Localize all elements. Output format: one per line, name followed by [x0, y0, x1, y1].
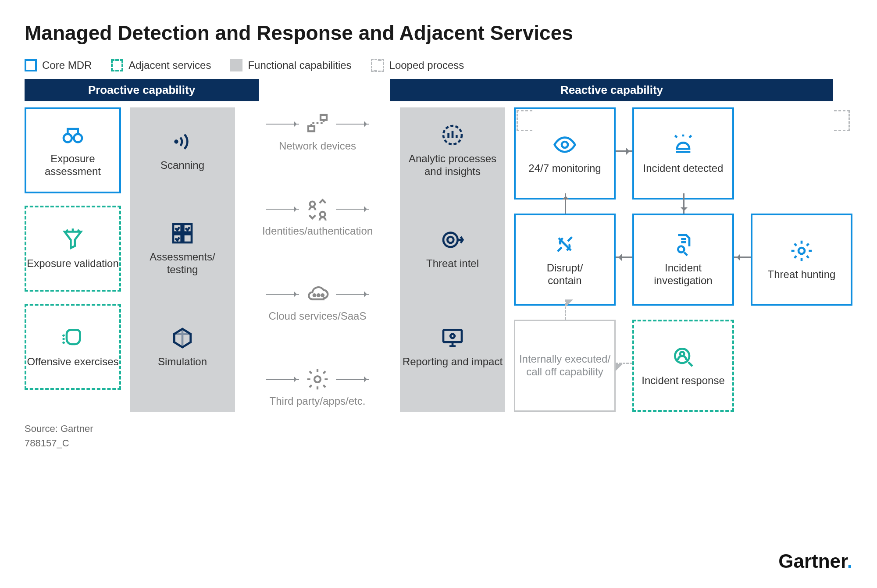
footer: Source: Gartner 788157_C	[25, 421, 852, 450]
threat-intel-box: Threat intel	[400, 206, 505, 292]
arrow-icon	[336, 379, 369, 380]
flow-label: Identities/authentication	[262, 225, 373, 237]
monitor-icon	[440, 326, 465, 350]
box-label: Threat intel	[426, 257, 479, 270]
flow-label: Network devices	[279, 140, 356, 152]
flow-third-party: Third party/apps/etc.	[244, 367, 391, 407]
connector-arrow	[683, 193, 684, 214]
svg-rect-18	[443, 330, 462, 342]
loop-icon	[371, 59, 384, 72]
flow-label: Cloud services/SaaS	[269, 310, 367, 322]
svg-rect-8	[321, 115, 327, 120]
arrow-icon	[266, 209, 299, 210]
analytics-box: Analytic processes and insights	[400, 107, 505, 193]
box-label: Internally executed/ call off capability	[519, 353, 610, 378]
svg-point-14	[314, 376, 321, 382]
svg-point-20	[562, 142, 568, 148]
legend-label: Adjacent services	[128, 59, 211, 71]
arrow-icon	[336, 124, 369, 125]
legend-label: Core MDR	[42, 59, 92, 71]
arrow-icon	[336, 209, 369, 210]
box-label: Simulation	[158, 356, 207, 368]
disconnect-icon	[553, 232, 577, 257]
diagram-body: Exposure assessment Exposure validation …	[25, 107, 852, 412]
brand-logo: Gartner.	[778, 550, 852, 572]
cloud-icon	[305, 282, 330, 306]
signal-icon	[170, 129, 195, 154]
box-label: Incident response	[642, 374, 724, 387]
brand-dot-icon: .	[847, 550, 852, 572]
checklist-icon	[170, 221, 195, 246]
figure-id: 788157_C	[25, 436, 852, 450]
svg-point-19	[450, 334, 454, 338]
target-icon	[440, 228, 465, 252]
investigation-box: Incident investigation	[632, 214, 734, 306]
svg-point-0	[64, 134, 72, 143]
connector-arrow	[565, 193, 566, 214]
svg-point-17	[447, 237, 453, 243]
flow-network: Network devices	[244, 112, 391, 152]
connector-arrow	[616, 150, 632, 152]
flow-column: Network devices Identities/authenticatio…	[244, 107, 391, 412]
arrow-icon	[266, 124, 299, 125]
scanning-box: Scanning	[130, 107, 235, 193]
box-label: Scanning	[160, 159, 204, 172]
dashed-square-icon	[111, 59, 123, 71]
simulation-box: Simulation	[130, 304, 235, 390]
threat-hunting-box: Threat hunting	[751, 214, 852, 306]
connector-dashed	[565, 299, 566, 320]
offensive-exercises-box: Offensive exercises	[25, 304, 121, 390]
incident-response-box: Incident response	[632, 320, 734, 412]
box-label: Analytic processes and insights	[400, 153, 505, 178]
reactive-grid: 24/7 monitoring Incident detected Disrup…	[514, 107, 852, 412]
box-label: Incident detected	[643, 162, 724, 175]
filter-icon	[61, 228, 85, 252]
assessments-box: Assessments/ testing	[130, 206, 235, 292]
flow-identities: Identities/authentication	[244, 197, 391, 237]
box-label: Exposure assessment	[26, 153, 119, 178]
incident-detected-box: Incident detected	[632, 107, 734, 200]
cube-icon	[170, 326, 195, 350]
connector-arrow	[616, 257, 632, 258]
loop-marker-icon	[517, 110, 532, 131]
proactive-func-panel: Scanning Assessments/ testing Simulation	[130, 107, 235, 412]
search-person-icon	[671, 345, 695, 369]
svg-point-12	[317, 294, 320, 296]
reactive-func-panel: Analytic processes and insights Threat i…	[400, 107, 505, 412]
network-icon	[305, 112, 330, 136]
gear-icon	[305, 367, 330, 392]
exposure-validation-box: Exposure validation	[25, 206, 121, 292]
legend-adjacent: Adjacent services	[111, 59, 211, 71]
identity-icon	[305, 197, 330, 221]
legend-core: Core MDR	[25, 59, 92, 71]
box-label: Exposure validation	[27, 257, 118, 270]
svg-point-16	[443, 232, 458, 247]
square-icon	[25, 59, 37, 71]
svg-point-13	[321, 294, 324, 296]
legend-looped: Looped process	[371, 59, 464, 72]
box-label: Disrupt/ contain	[547, 262, 583, 287]
svg-point-22	[799, 248, 805, 254]
legend-functional: Functional capabilities	[230, 59, 351, 71]
box-label: Threat hunting	[768, 268, 836, 281]
arrow-icon	[266, 294, 299, 295]
document-search-icon	[671, 232, 695, 257]
svg-rect-6	[183, 235, 192, 243]
radar-node-icon	[789, 239, 814, 263]
boxing-glove-icon	[61, 326, 85, 350]
reporting-box: Reporting and impact	[400, 304, 505, 390]
proactive-header: Proactive capability	[25, 79, 259, 101]
flow-label: Third party/apps/etc.	[270, 395, 366, 407]
svg-point-10	[320, 212, 325, 217]
internally-executed-box: Internally executed/ call off capability	[514, 320, 616, 412]
proactive-left-col: Exposure assessment Exposure validation …	[25, 107, 121, 412]
exposure-assessment-box: Exposure assessment	[25, 107, 121, 193]
legend-label: Looped process	[389, 59, 464, 71]
box-label: 24/7 monitoring	[528, 162, 601, 175]
disrupt-box: Disrupt/ contain	[514, 214, 616, 306]
svg-rect-7	[308, 126, 314, 132]
source-label: Source: Gartner	[25, 421, 852, 436]
legend: Core MDR Adjacent services Functional ca…	[25, 59, 852, 72]
eye-icon	[553, 132, 577, 157]
reactive-header: Reactive capability	[390, 79, 833, 101]
